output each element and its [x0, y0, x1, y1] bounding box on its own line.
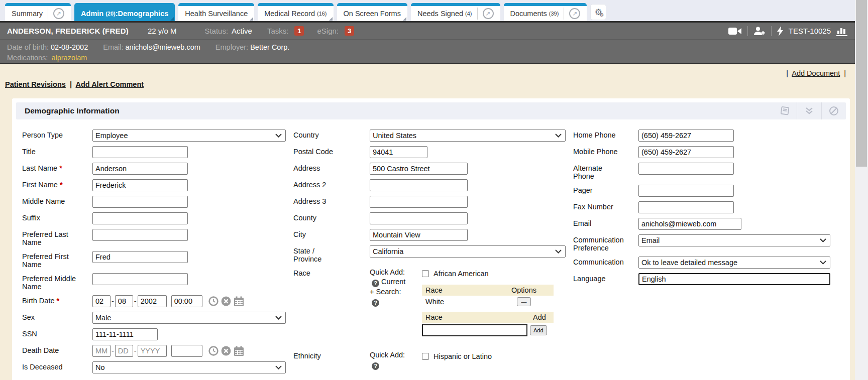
add-person-icon[interactable] [753, 27, 766, 36]
time-picker-icon[interactable] [208, 296, 219, 306]
chevron-down-icon [275, 134, 282, 138]
race-quick-option: African American [422, 268, 554, 280]
birth-year-input[interactable] [138, 295, 167, 307]
is-deceased-select[interactable]: No [92, 361, 286, 373]
birth-day-input[interactable] [115, 295, 133, 307]
sex-select[interactable]: Male [92, 312, 286, 324]
tab-summary[interactable]: Summary ↗ [5, 3, 71, 21]
title-input[interactable] [92, 146, 188, 158]
date-separator: - [134, 347, 137, 355]
collapse-double-chevron-icon[interactable] [797, 102, 821, 119]
country-value: United States [373, 132, 555, 140]
help-icon[interactable]: ? [372, 280, 379, 287]
preferred-last-name-input[interactable] [92, 229, 188, 241]
field-address2: Address 2 [293, 179, 573, 191]
calendar-icon[interactable] [234, 296, 244, 306]
alternate-phone-input[interactable] [638, 163, 734, 175]
open-new-window-icon[interactable]: ↗ [483, 8, 494, 19]
status-value: Active [232, 27, 252, 35]
hispanic-or-latino-checkbox[interactable] [422, 353, 429, 360]
help-icon[interactable]: ? [372, 299, 379, 307]
last-name-label: Last Name [22, 164, 57, 172]
race-search-input[interactable] [422, 324, 527, 336]
death-time-input[interactable] [171, 345, 202, 357]
disable-block-icon[interactable] [821, 102, 846, 119]
birth-month-input[interactable] [92, 295, 111, 307]
tab-health-surveillance[interactable]: Health Surveillance [178, 3, 254, 21]
home-phone-input[interactable] [638, 130, 734, 142]
language-input[interactable] [638, 273, 830, 285]
tab-on-screen-forms[interactable]: On Screen Forms [337, 3, 407, 21]
flowsheet-chart-icon[interactable] [836, 26, 848, 36]
preferred-middle-name-input[interactable] [92, 273, 188, 285]
ssn-input[interactable] [92, 328, 158, 340]
tab-documents[interactable]: Documents (39) ↗ [504, 3, 587, 21]
add-document-link[interactable]: Add Document [792, 69, 840, 77]
african-american-checkbox[interactable] [422, 270, 429, 277]
death-year-input[interactable] [138, 345, 167, 357]
communication-select[interactable]: Ok to leave detailed message [638, 257, 830, 269]
address-input[interactable] [370, 163, 468, 175]
lightning-bolt-icon[interactable] [777, 26, 784, 36]
calendar-icon[interactable] [234, 346, 244, 356]
postal-code-input[interactable] [370, 146, 427, 158]
person-type-select[interactable]: Employee [92, 130, 286, 142]
last-name-input[interactable] [92, 163, 188, 175]
email-input[interactable] [638, 218, 741, 230]
field-is-deceased: Is Deceased No [22, 361, 293, 373]
document-actions: | Add Document | [0, 69, 855, 79]
sex-value: Male [95, 314, 275, 322]
suffix-input[interactable] [92, 212, 188, 224]
help-icon[interactable]: ? [372, 362, 379, 370]
esign-badge[interactable]: 3 [345, 26, 354, 36]
state-value: California [373, 247, 555, 256]
field-preferred-middle-name: Preferred Middle Name [22, 273, 293, 291]
clear-date-icon[interactable] [221, 346, 231, 356]
home-phone-label: Home Phone [573, 130, 638, 139]
state-select[interactable]: California [370, 245, 566, 258]
pager-input[interactable] [638, 185, 734, 197]
first-name-input[interactable] [92, 179, 188, 191]
tab-settings-button[interactable]: ⚙ ⚙ [590, 4, 606, 20]
date-separator: - [112, 347, 114, 355]
death-day-input[interactable] [115, 345, 133, 357]
email-label: Email: [103, 43, 123, 51]
open-new-window-icon[interactable]: ↗ [53, 8, 64, 19]
address3-input[interactable] [370, 196, 468, 208]
patient-revisions-link[interactable]: Patient Revisions [5, 80, 66, 88]
medications-value[interactable]: alprazolam [51, 54, 87, 62]
city-input[interactable] [370, 229, 468, 241]
add-race-button[interactable]: Add [530, 325, 547, 335]
scrollbar-thumb[interactable] [856, 0, 867, 167]
tasks-badge[interactable]: 1 [294, 26, 304, 36]
race-value: White [425, 298, 498, 306]
birth-time-input[interactable] [171, 295, 202, 307]
fax-number-input[interactable] [638, 201, 734, 213]
county-input[interactable] [370, 212, 468, 224]
is-deceased-value: No [95, 363, 275, 371]
vertical-scrollbar[interactable] [855, 0, 868, 380]
remove-race-button[interactable]: — [517, 297, 531, 306]
middle-name-input[interactable] [92, 196, 188, 208]
country-select[interactable]: United States [370, 130, 566, 142]
communication-preference-label: Communication Preference [573, 234, 638, 252]
race-table-row: White — [422, 296, 554, 308]
open-new-window-icon[interactable]: ↗ [569, 8, 580, 19]
mobile-phone-input[interactable] [638, 146, 734, 158]
audit-log-icon[interactable] [772, 102, 797, 119]
clear-date-icon[interactable] [221, 296, 231, 306]
tab-medical-record[interactable]: Medical Record (16) [258, 3, 333, 21]
time-picker-icon[interactable] [208, 346, 219, 356]
tab-needs-signed[interactable]: Needs Signed (4) ↗ [411, 3, 500, 21]
add-alert-comment-link[interactable]: Add Alert Comment [75, 80, 144, 88]
race-column-header: Race [425, 313, 529, 321]
preferred-first-name-input[interactable] [92, 251, 188, 263]
tab-admin-demographics[interactable]: Admin (20) :Demographics [74, 3, 175, 21]
address2-input[interactable] [370, 179, 468, 191]
death-month-input[interactable] [92, 345, 111, 357]
field-address: Address [293, 163, 573, 175]
communication-preference-select[interactable]: Email [638, 234, 830, 246]
mobile-phone-label: Mobile Phone [573, 146, 638, 156]
video-camera-icon[interactable] [728, 27, 742, 35]
chevron-down-icon [820, 261, 826, 265]
